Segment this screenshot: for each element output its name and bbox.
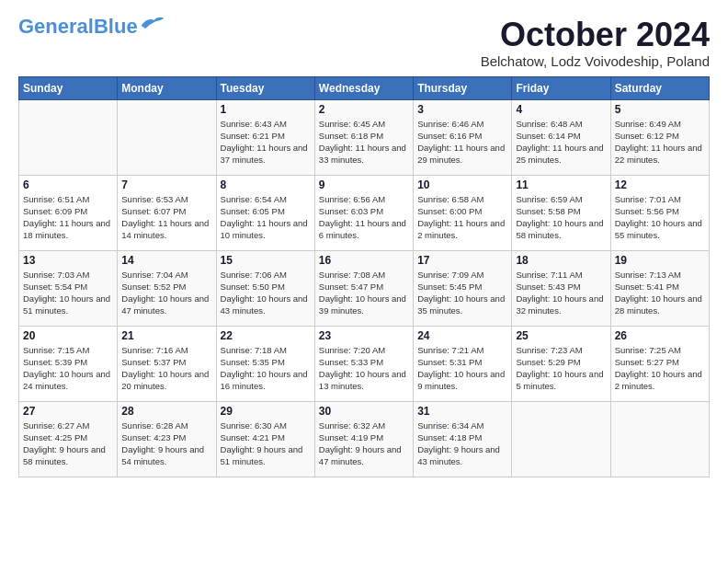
- day-number: 20: [23, 329, 113, 342]
- calendar-cell: 5Sunrise: 6:49 AMSunset: 6:12 PMDaylight…: [610, 99, 709, 175]
- month-title: October 2024: [481, 17, 710, 53]
- day-number: 12: [615, 178, 705, 191]
- col-thursday: Thursday: [414, 76, 512, 99]
- day-info: Sunrise: 6:51 AMSunset: 6:09 PMDaylight:…: [23, 193, 113, 242]
- day-number: 27: [23, 405, 113, 418]
- calendar-cell: 29Sunrise: 6:30 AMSunset: 4:21 PMDayligh…: [216, 401, 314, 477]
- day-number: 16: [319, 254, 409, 267]
- col-wednesday: Wednesday: [314, 76, 413, 99]
- calendar-cell: 18Sunrise: 7:11 AMSunset: 5:43 PMDayligh…: [512, 250, 610, 326]
- calendar-cell: 10Sunrise: 6:58 AMSunset: 6:00 PMDayligh…: [414, 175, 512, 250]
- day-number: 15: [221, 254, 311, 267]
- calendar-cell: 14Sunrise: 7:04 AMSunset: 5:52 PMDayligh…: [118, 250, 216, 326]
- day-info: Sunrise: 6:48 AMSunset: 6:14 PMDaylight:…: [516, 118, 606, 167]
- calendar-cell: 17Sunrise: 7:09 AMSunset: 5:45 PMDayligh…: [414, 250, 512, 326]
- day-number: 2: [319, 103, 409, 116]
- week-row-2: 6Sunrise: 6:51 AMSunset: 6:09 PMDaylight…: [19, 175, 710, 250]
- day-info: Sunrise: 6:32 AMSunset: 4:19 PMDaylight:…: [319, 419, 409, 468]
- col-sunday: Sunday: [19, 76, 118, 99]
- day-info: Sunrise: 7:04 AMSunset: 5:52 PMDaylight:…: [121, 269, 211, 317]
- day-info: Sunrise: 6:27 AMSunset: 4:25 PMDaylight:…: [23, 419, 113, 468]
- calendar-table: Sunday Monday Tuesday Wednesday Thursday…: [18, 76, 710, 477]
- day-number: 19: [615, 254, 705, 267]
- day-number: 21: [121, 329, 211, 342]
- title-block: October 2024 Belchatow, Lodz Voivodeship…: [481, 17, 710, 69]
- day-number: 7: [121, 178, 211, 191]
- day-info: Sunrise: 6:30 AMSunset: 4:21 PMDaylight:…: [221, 419, 311, 468]
- calendar-cell: 30Sunrise: 6:32 AMSunset: 4:19 PMDayligh…: [314, 401, 413, 477]
- calendar-cell: 8Sunrise: 6:54 AMSunset: 6:05 PMDaylight…: [216, 175, 314, 250]
- day-info: Sunrise: 6:46 AMSunset: 6:16 PMDaylight:…: [417, 118, 507, 167]
- calendar-cell: 11Sunrise: 6:59 AMSunset: 5:58 PMDayligh…: [512, 175, 610, 250]
- day-info: Sunrise: 7:20 AMSunset: 5:33 PMDaylight:…: [319, 344, 409, 393]
- day-number: 1: [221, 103, 311, 116]
- calendar-cell: 9Sunrise: 6:56 AMSunset: 6:03 PMDaylight…: [314, 175, 413, 250]
- day-number: 25: [516, 329, 606, 342]
- day-info: Sunrise: 6:34 AMSunset: 4:18 PMDaylight:…: [417, 419, 507, 468]
- calendar-cell: 25Sunrise: 7:23 AMSunset: 5:29 PMDayligh…: [512, 326, 610, 401]
- calendar-cell: 13Sunrise: 7:03 AMSunset: 5:54 PMDayligh…: [19, 250, 118, 326]
- day-number: 6: [23, 178, 113, 191]
- day-info: Sunrise: 7:03 AMSunset: 5:54 PMDaylight:…: [23, 269, 113, 317]
- col-tuesday: Tuesday: [216, 76, 314, 99]
- day-number: 3: [417, 103, 507, 116]
- day-number: 29: [221, 405, 311, 418]
- calendar-cell: 7Sunrise: 6:53 AMSunset: 6:07 PMDaylight…: [118, 175, 216, 250]
- col-monday: Monday: [118, 76, 216, 99]
- day-info: Sunrise: 6:59 AMSunset: 5:58 PMDaylight:…: [516, 193, 606, 242]
- logo-bird-icon: [140, 14, 165, 30]
- calendar-cell: 27Sunrise: 6:27 AMSunset: 4:25 PMDayligh…: [19, 401, 118, 477]
- page: GeneralBlue October 2024 Belchatow, Lodz…: [0, 0, 728, 487]
- day-number: 10: [417, 178, 507, 191]
- calendar-cell: [512, 401, 610, 477]
- day-info: Sunrise: 6:58 AMSunset: 6:00 PMDaylight:…: [417, 193, 507, 242]
- location-subtitle: Belchatow, Lodz Voivodeship, Poland: [481, 53, 710, 69]
- logo-blue: Blue: [94, 15, 138, 38]
- day-info: Sunrise: 6:49 AMSunset: 6:12 PMDaylight:…: [615, 118, 705, 167]
- day-info: Sunrise: 7:13 AMSunset: 5:41 PMDaylight:…: [615, 269, 705, 317]
- day-number: 23: [319, 329, 409, 342]
- day-number: 28: [121, 405, 211, 418]
- calendar-cell: 26Sunrise: 7:25 AMSunset: 5:27 PMDayligh…: [610, 326, 709, 401]
- calendar-cell: [19, 99, 118, 175]
- calendar-cell: 16Sunrise: 7:08 AMSunset: 5:47 PMDayligh…: [314, 250, 413, 326]
- col-saturday: Saturday: [610, 76, 709, 99]
- header: GeneralBlue October 2024 Belchatow, Lodz…: [18, 17, 710, 69]
- day-number: 31: [417, 405, 507, 418]
- day-info: Sunrise: 7:21 AMSunset: 5:31 PMDaylight:…: [417, 344, 507, 393]
- calendar-cell: [118, 99, 216, 175]
- week-row-1: 1Sunrise: 6:43 AMSunset: 6:21 PMDaylight…: [19, 99, 710, 175]
- day-number: 17: [417, 254, 507, 267]
- logo-text: GeneralBlue: [18, 17, 138, 37]
- day-info: Sunrise: 6:28 AMSunset: 4:23 PMDaylight:…: [121, 419, 211, 468]
- col-friday: Friday: [512, 76, 610, 99]
- day-info: Sunrise: 7:08 AMSunset: 5:47 PMDaylight:…: [319, 269, 409, 317]
- calendar-cell: 15Sunrise: 7:06 AMSunset: 5:50 PMDayligh…: [216, 250, 314, 326]
- day-info: Sunrise: 6:43 AMSunset: 6:21 PMDaylight:…: [221, 118, 311, 167]
- day-info: Sunrise: 6:53 AMSunset: 6:07 PMDaylight:…: [121, 193, 211, 242]
- day-number: 18: [516, 254, 606, 267]
- week-row-5: 27Sunrise: 6:27 AMSunset: 4:25 PMDayligh…: [19, 401, 710, 477]
- day-number: 8: [221, 178, 311, 191]
- day-info: Sunrise: 7:09 AMSunset: 5:45 PMDaylight:…: [417, 269, 507, 317]
- day-info: Sunrise: 7:25 AMSunset: 5:27 PMDaylight:…: [615, 344, 705, 393]
- day-info: Sunrise: 6:45 AMSunset: 6:18 PMDaylight:…: [319, 118, 409, 167]
- day-number: 14: [121, 254, 211, 267]
- calendar-cell: 6Sunrise: 6:51 AMSunset: 6:09 PMDaylight…: [19, 175, 118, 250]
- calendar-cell: 12Sunrise: 7:01 AMSunset: 5:56 PMDayligh…: [610, 175, 709, 250]
- day-info: Sunrise: 7:06 AMSunset: 5:50 PMDaylight:…: [221, 269, 311, 317]
- day-number: 30: [319, 405, 409, 418]
- calendar-cell: 24Sunrise: 7:21 AMSunset: 5:31 PMDayligh…: [414, 326, 512, 401]
- calendar-cell: 21Sunrise: 7:16 AMSunset: 5:37 PMDayligh…: [118, 326, 216, 401]
- day-number: 26: [615, 329, 705, 342]
- day-info: Sunrise: 7:11 AMSunset: 5:43 PMDaylight:…: [516, 269, 606, 317]
- logo: GeneralBlue: [18, 17, 165, 37]
- calendar-cell: 22Sunrise: 7:18 AMSunset: 5:35 PMDayligh…: [216, 326, 314, 401]
- day-number: 4: [516, 103, 606, 116]
- day-info: Sunrise: 7:15 AMSunset: 5:39 PMDaylight:…: [23, 344, 113, 393]
- day-info: Sunrise: 7:01 AMSunset: 5:56 PMDaylight:…: [615, 193, 705, 242]
- calendar-cell: 28Sunrise: 6:28 AMSunset: 4:23 PMDayligh…: [118, 401, 216, 477]
- logo-general: General: [18, 15, 94, 38]
- calendar-cell: 1Sunrise: 6:43 AMSunset: 6:21 PMDaylight…: [216, 99, 314, 175]
- day-number: 9: [319, 178, 409, 191]
